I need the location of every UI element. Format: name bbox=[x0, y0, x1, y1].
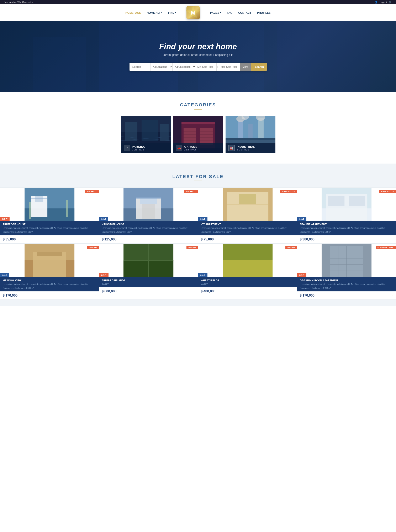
listing-image: SLAVONSKI BROD RENT ⇄ ♡ bbox=[297, 244, 396, 277]
listing-price: $ 35,000 bbox=[3, 237, 16, 241]
listing-image: LONDON SALE ⇄ ♡ bbox=[198, 244, 297, 277]
listing-price: $ 170,000 bbox=[3, 294, 17, 297]
svg-rect-54 bbox=[349, 196, 365, 206]
nav-left: HOMEPAGE HOME ALT ▾ FIND ▾ bbox=[125, 11, 176, 14]
search-button[interactable]: Search bbox=[251, 63, 267, 71]
listing-price-row: $ 380,000 › bbox=[297, 235, 396, 243]
favorite-icon[interactable]: ♡ bbox=[391, 217, 394, 220]
nav-homepage[interactable]: HOMEPAGE bbox=[125, 11, 141, 14]
listing-specs: Bedrooms: 4 Bathrooms: 2 60m² bbox=[201, 231, 294, 233]
max-price-input[interactable] bbox=[219, 63, 240, 71]
chevron-down-icon: ▾ bbox=[175, 12, 176, 14]
svg-rect-64 bbox=[223, 260, 273, 277]
favorite-icon[interactable]: ♡ bbox=[292, 273, 295, 276]
compare-icon[interactable]: ⇄ bbox=[388, 273, 390, 276]
listing-card-2[interactable]: SHEFFIELD SALE ⇄ ♡ KINGSTON HOUSE Lorem … bbox=[99, 187, 198, 243]
favorite-icon[interactable]: ♡ bbox=[193, 217, 196, 220]
compare-icon[interactable]: ⇄ bbox=[289, 217, 291, 220]
compare-icon[interactable]: ⇄ bbox=[190, 273, 192, 276]
nav-right: PAGES ▾ FAQ CONTACT PROFILES bbox=[210, 11, 271, 14]
favorite-icon[interactable]: ♡ bbox=[94, 273, 97, 276]
listing-price: $ 380,000 bbox=[300, 237, 314, 241]
search-bar: All Locations All Categories | More Sear… bbox=[129, 63, 267, 71]
listing-name: PRIMBROSELANDS bbox=[102, 279, 195, 282]
listing-price-row: $ 125,000 › bbox=[99, 235, 198, 243]
listing-card-6[interactable]: LONDON RENT ⇄ ♡ PRIMBROSELANDS 9000m² $ … bbox=[99, 243, 198, 300]
site-logo[interactable]: M bbox=[186, 6, 200, 19]
svg-rect-36 bbox=[29, 202, 31, 219]
arrow-icon[interactable]: › bbox=[194, 289, 195, 293]
compare-icon[interactable]: ⇄ bbox=[91, 273, 93, 276]
svg-rect-53 bbox=[328, 196, 344, 206]
listing-info: SEALINE APARTMENT Lorem ipsum dolor sit … bbox=[297, 221, 396, 235]
nav-find[interactable]: FIND ▾ bbox=[168, 11, 176, 14]
top-bar-right: 👤 Logout 🛒 bbox=[375, 1, 392, 4]
listing-card-3[interactable]: MANCHESTER SALE ⇄ ♡ ICY APARTMENT Lorem … bbox=[198, 187, 297, 243]
svg-rect-6 bbox=[160, 124, 169, 141]
nav-faq[interactable]: FAQ bbox=[227, 11, 233, 14]
listing-actions: ⇄ ♡ bbox=[91, 217, 97, 220]
listing-specs: Bedrooms: 4 Bathrooms: 3 200m² bbox=[3, 287, 96, 289]
arrow-icon[interactable]: › bbox=[293, 237, 294, 241]
compare-icon[interactable]: ⇄ bbox=[190, 217, 192, 220]
listing-price-row: $ 170,000 › bbox=[297, 291, 396, 300]
compare-icon[interactable]: ⇄ bbox=[91, 217, 93, 220]
favorite-icon[interactable]: ♡ bbox=[94, 217, 97, 220]
listing-card-4[interactable]: MANCHESTER SALE ⇄ ♡ SEALINE APARTMENT Lo… bbox=[297, 187, 396, 243]
svg-rect-9 bbox=[181, 122, 215, 124]
category-garage[interactable]: 🚗 GARAGE 2 LISTINGS bbox=[173, 116, 223, 153]
status-badge: SALE bbox=[198, 273, 207, 277]
arrow-icon[interactable]: › bbox=[95, 237, 96, 241]
arrow-icon[interactable]: › bbox=[194, 237, 195, 241]
listing-card-7[interactable]: LONDON SALE ⇄ ♡ WHEAT FIELDS 5000m² $ 48… bbox=[198, 243, 297, 300]
listing-info: GAGARIN 4-ROOM APARTMENT Lorem ipsum dol… bbox=[297, 277, 396, 291]
price-separator: | bbox=[216, 63, 219, 71]
listing-description: Lorem ipsum dolor sit amet, consectetur … bbox=[3, 283, 96, 286]
search-input[interactable] bbox=[129, 63, 150, 71]
nav-home-alt[interactable]: HOME ALT ▾ bbox=[147, 11, 162, 14]
location-badge: SLAVONSKI BROD bbox=[376, 246, 396, 249]
category-select[interactable]: All Categories bbox=[172, 63, 196, 71]
listing-card-8[interactable]: SLAVONSKI BROD RENT ⇄ ♡ GAGARIN 4-ROOM A… bbox=[297, 243, 396, 300]
listing-card-1[interactable]: SHEFFIELD RENT ⇄ ♡ PRIMROSE HOUSE Lorem … bbox=[0, 187, 99, 243]
favorite-icon[interactable]: ♡ bbox=[292, 217, 295, 220]
listing-actions: ⇄ ♡ bbox=[91, 273, 97, 276]
location-badge: SHEFFIELD bbox=[85, 190, 99, 193]
status-badge: RENT bbox=[0, 217, 10, 221]
listing-card-5[interactable]: LONDON SALE ⇄ ♡ MEADOW VIEW Lorem ipsum … bbox=[0, 243, 99, 300]
category-parking[interactable]: P PARKING 2 LISTINGS bbox=[121, 116, 171, 153]
location-badge: MANCHESTER bbox=[280, 190, 297, 193]
listing-price: $ 75,000 bbox=[201, 237, 214, 241]
listing-actions: ⇄ ♡ bbox=[289, 273, 295, 276]
listing-actions: ⇄ ♡ bbox=[388, 273, 394, 276]
latest-title: LATEST FOR SALE bbox=[0, 174, 396, 179]
arrow-icon[interactable]: › bbox=[392, 294, 393, 297]
location-select[interactable]: All Locations bbox=[150, 63, 172, 71]
nav-pages[interactable]: PAGES ▾ bbox=[210, 11, 221, 14]
listing-price: $ 480,000 bbox=[201, 289, 215, 293]
listing-price: $ 170,000 bbox=[300, 294, 314, 297]
min-price-input[interactable] bbox=[196, 63, 216, 71]
listing-name: MEADOW VIEW bbox=[3, 279, 96, 282]
listing-specs: Bedrooms: 7 Bathrooms: 3 350m² bbox=[300, 231, 393, 233]
logout-link[interactable]: Logout bbox=[380, 1, 387, 4]
arrow-icon[interactable]: › bbox=[293, 289, 294, 293]
status-badge: SALE bbox=[99, 217, 108, 221]
listing-price: $ 125,000 bbox=[102, 237, 116, 241]
location-badge: MANCHESTER bbox=[379, 190, 396, 193]
hero-section: Find your next home Lorem ipsum dolor si… bbox=[0, 21, 396, 92]
arrow-icon[interactable]: › bbox=[392, 237, 393, 241]
listing-specs: Bedrooms: 7 Bathrooms: 2 135m² bbox=[300, 287, 393, 289]
listing-actions: ⇄ ♡ bbox=[289, 217, 295, 220]
compare-icon[interactable]: ⇄ bbox=[289, 273, 291, 276]
favorite-icon[interactable]: ♡ bbox=[391, 273, 394, 276]
listing-info: KINGSTON HOUSE Lorem ipsum dolor sit ame… bbox=[99, 221, 198, 235]
more-button[interactable]: More bbox=[240, 63, 251, 71]
nav-profiles[interactable]: PROFILES bbox=[257, 11, 271, 14]
category-industrial[interactable]: 🏭 INDUSTRIAL 2 LISTINGS bbox=[226, 116, 275, 153]
favorite-icon[interactable]: ♡ bbox=[193, 273, 196, 276]
arrow-icon[interactable]: › bbox=[95, 294, 96, 297]
nav-contact[interactable]: CONTACT bbox=[238, 11, 251, 14]
compare-icon[interactable]: ⇄ bbox=[388, 217, 390, 220]
listing-specs: 5000m² bbox=[201, 283, 294, 285]
